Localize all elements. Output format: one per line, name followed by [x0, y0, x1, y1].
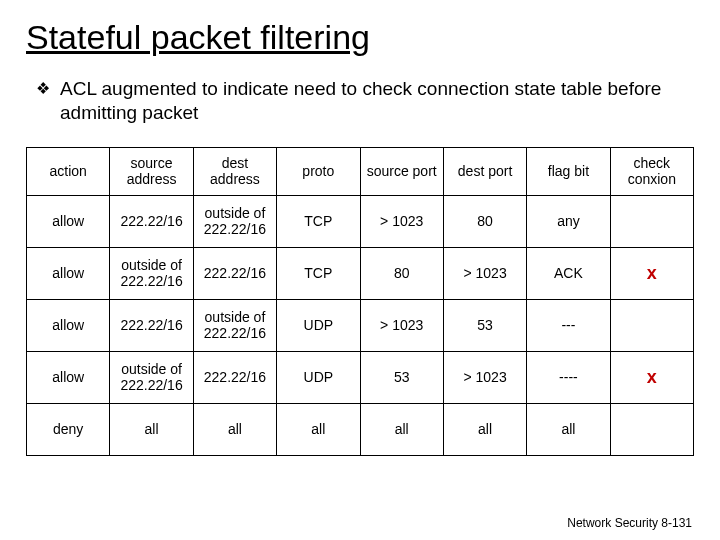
cell-src-port: all: [360, 403, 443, 455]
cell-dst-port: > 1023: [443, 351, 526, 403]
table-row: allow outside of 222.22/16 222.22/16 UDP…: [27, 351, 694, 403]
col-flag-bit: flag bit: [527, 147, 610, 195]
cell-src-port: 80: [360, 247, 443, 299]
cell-dst-addr: outside of 222.22/16: [193, 299, 276, 351]
cell-src-addr: outside of 222.22/16: [110, 351, 193, 403]
cell-src-port: > 1023: [360, 299, 443, 351]
cell-check: x: [610, 351, 693, 403]
col-source-port: source port: [360, 147, 443, 195]
cell-dst-addr: outside of 222.22/16: [193, 195, 276, 247]
cell-flag: any: [527, 195, 610, 247]
cell-action: allow: [27, 299, 110, 351]
slide-title: Stateful packet filtering: [26, 18, 694, 57]
cell-proto: UDP: [277, 351, 360, 403]
cell-flag: ---: [527, 299, 610, 351]
cell-check: [610, 403, 693, 455]
cell-src-addr: 222.22/16: [110, 299, 193, 351]
table-row: deny all all all all all all: [27, 403, 694, 455]
cell-dst-port: > 1023: [443, 247, 526, 299]
table-row: allow 222.22/16 outside of 222.22/16 TCP…: [27, 195, 694, 247]
cell-dst-addr: 222.22/16: [193, 351, 276, 403]
cell-flag: ----: [527, 351, 610, 403]
cell-proto: TCP: [277, 195, 360, 247]
table-header-row: action source address dest address proto…: [27, 147, 694, 195]
cell-action: deny: [27, 403, 110, 455]
bullet-text: ACL augmented to indicate need to check …: [60, 77, 688, 125]
cell-src-addr: all: [110, 403, 193, 455]
col-source-address: source address: [110, 147, 193, 195]
cell-action: allow: [27, 195, 110, 247]
cell-dst-port: all: [443, 403, 526, 455]
slide-footer: Network Security 8-131: [567, 516, 692, 530]
cell-proto: all: [277, 403, 360, 455]
cell-flag: ACK: [527, 247, 610, 299]
table-row: allow 222.22/16 outside of 222.22/16 UDP…: [27, 299, 694, 351]
cell-src-addr: 222.22/16: [110, 195, 193, 247]
cell-check: x: [610, 247, 693, 299]
diamond-bullet-icon: ❖: [36, 79, 50, 98]
col-action: action: [27, 147, 110, 195]
table-row: allow outside of 222.22/16 222.22/16 TCP…: [27, 247, 694, 299]
cell-dst-addr: all: [193, 403, 276, 455]
col-dest-port: dest port: [443, 147, 526, 195]
cell-src-port: > 1023: [360, 195, 443, 247]
col-proto: proto: [277, 147, 360, 195]
col-dest-address: dest address: [193, 147, 276, 195]
cell-flag: all: [527, 403, 610, 455]
cell-action: allow: [27, 247, 110, 299]
cell-check: [610, 299, 693, 351]
acl-table: action source address dest address proto…: [26, 147, 694, 456]
col-check-conxion: check conxion: [610, 147, 693, 195]
cell-proto: UDP: [277, 299, 360, 351]
cell-src-addr: outside of 222.22/16: [110, 247, 193, 299]
cell-src-port: 53: [360, 351, 443, 403]
cell-action: allow: [27, 351, 110, 403]
bullet-item: ❖ ACL augmented to indicate need to chec…: [36, 77, 688, 125]
cell-proto: TCP: [277, 247, 360, 299]
cell-dst-port: 80: [443, 195, 526, 247]
cell-dst-port: 53: [443, 299, 526, 351]
cell-check: [610, 195, 693, 247]
cell-dst-addr: 222.22/16: [193, 247, 276, 299]
